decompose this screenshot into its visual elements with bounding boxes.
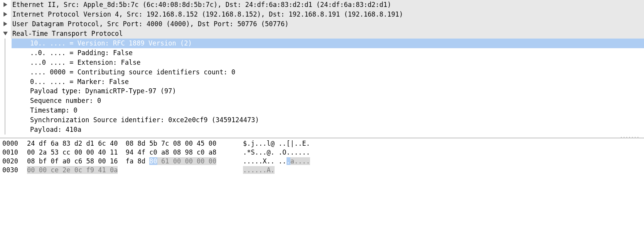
tree-row-ethernet[interactable]: Ethernet II, Src: Apple_8d:5b:7c (6c:40:… <box>0 0 644 10</box>
tree-label: Payload type: DynamicRTP-Type-97 (97) <box>12 86 644 96</box>
hex-row[interactable]: 0010 00 2a 53 cc 00 00 40 11 94 4f c0 a8… <box>0 148 644 157</box>
disclosure-right-icon[interactable] <box>0 19 11 29</box>
hex-highlight: . <box>287 157 290 165</box>
svg-marker-3 <box>3 32 8 35</box>
tree-row-rtp-padding[interactable]: ..0. .... = Padding: False <box>0 48 644 58</box>
tree-label: .... 0000 = Contributing source identifi… <box>12 67 644 77</box>
tree-guide <box>5 125 12 135</box>
tree-label: Real-Time Transport Protocol <box>11 29 644 39</box>
tree-label: ..0. .... = Padding: False <box>12 48 644 58</box>
tree-label: Timestamp: 0 <box>12 106 644 115</box>
disclosure-right-icon[interactable] <box>0 0 11 10</box>
hex-dump-pane[interactable]: 0000 24 df 6a 83 d2 d1 6c 40 08 8d 5b 7c… <box>0 138 644 175</box>
hex-highlight: 80 <box>149 157 157 165</box>
tree-label: User Datagram Protocol, Src Port: 4000 (… <box>11 19 644 29</box>
tree-label: Sequence number: 0 <box>12 96 644 106</box>
hex-offset: 0010 <box>2 148 27 157</box>
hex-bytes: 00 2a 53 cc 00 00 40 11 94 4f c0 a8 08 9… <box>27 148 243 157</box>
tree-row-rtp-marker[interactable]: 0... .... = Marker: False <box>0 77 644 87</box>
tree-row-rtp-csrc[interactable]: .... 0000 = Contributing source identifi… <box>0 67 644 77</box>
hex-bytes: 24 df 6a 83 d2 d1 6c 40 08 8d 5b 7c 08 0… <box>27 139 243 148</box>
tree-guide <box>5 39 12 48</box>
hex-offset: 0000 <box>2 139 27 148</box>
disclosure-down-icon[interactable] <box>0 29 11 39</box>
tree-guide <box>5 58 12 67</box>
tree-label: Payload: 410a <box>12 125 644 135</box>
hex-bytes: 00 00 ce 2e 0c f9 41 0a <box>27 166 243 175</box>
tree-label: 0... .... = Marker: False <box>12 77 644 87</box>
svg-marker-0 <box>3 2 7 7</box>
tree-row-rtp-ts[interactable]: Timestamp: 0 <box>0 106 644 115</box>
tree-guide <box>5 96 12 106</box>
svg-marker-1 <box>3 12 7 17</box>
tree-row-rtp-seq[interactable]: Sequence number: 0 <box>0 96 644 106</box>
tree-row-rtp[interactable]: Real-Time Transport Protocol <box>0 29 644 39</box>
tree-row-rtp-payload[interactable]: Payload: 410a <box>0 125 644 135</box>
tree-guide <box>5 115 12 125</box>
packet-details-pane[interactable]: Ethernet II, Src: Apple_8d:5b:7c (6c:40:… <box>0 0 644 138</box>
tree-label: Ethernet II, Src: Apple_8d:5b:7c (6c:40:… <box>11 0 644 10</box>
tree-row-udp[interactable]: User Datagram Protocol, Src Port: 4000 (… <box>0 19 644 29</box>
tree-guide <box>5 86 12 96</box>
tree-guide <box>5 48 12 58</box>
hex-ascii: ......A. <box>243 166 642 175</box>
tree-guide <box>5 77 12 87</box>
hex-ascii: $.j...l@ ..[|..E. <box>243 139 642 148</box>
hex-row[interactable]: 0030 00 00 ce 2e 0c f9 41 0a ......A. <box>0 166 644 175</box>
hex-row[interactable]: 0020 08 bf 0f a0 c6 58 00 16 fa 8d 80 61… <box>0 157 644 166</box>
hex-offset: 0020 <box>2 157 27 166</box>
hex-bytes: 08 bf 0f a0 c6 58 00 16 fa 8d 80 61 00 0… <box>27 157 243 166</box>
hex-ascii: .....X.. ...a.... <box>243 157 642 166</box>
tree-row-rtp-extension[interactable]: ...0 .... = Extension: False <box>0 58 644 67</box>
tree-label: Synchronization Source identifier: 0xce2… <box>12 115 644 125</box>
tree-row-rtp-ssrc[interactable]: Synchronization Source identifier: 0xce2… <box>0 115 644 125</box>
tree-guide <box>5 106 12 115</box>
tree-row-rtp-version[interactable]: 10.. .... = Version: RFC 1889 Version (2… <box>0 39 644 48</box>
tree-guide <box>5 67 12 77</box>
tree-row-rtp-ptype[interactable]: Payload type: DynamicRTP-Type-97 (97) <box>0 86 644 96</box>
tree-label: Internet Protocol Version 4, Src: 192.16… <box>11 10 644 19</box>
tree-label: ...0 .... = Extension: False <box>12 58 644 67</box>
tree-label: 10.. .... = Version: RFC 1889 Version (2… <box>12 39 644 48</box>
hex-row[interactable]: 0000 24 df 6a 83 d2 d1 6c 40 08 8d 5b 7c… <box>0 139 644 148</box>
svg-marker-2 <box>3 22 7 26</box>
disclosure-right-icon[interactable] <box>0 10 11 19</box>
pane-resize-handle[interactable]: ....... <box>0 135 644 138</box>
tree-row-ip[interactable]: Internet Protocol Version 4, Src: 192.16… <box>0 10 644 19</box>
hex-offset: 0030 <box>2 166 27 175</box>
hex-ascii: .*S...@. .O...... <box>243 148 642 157</box>
